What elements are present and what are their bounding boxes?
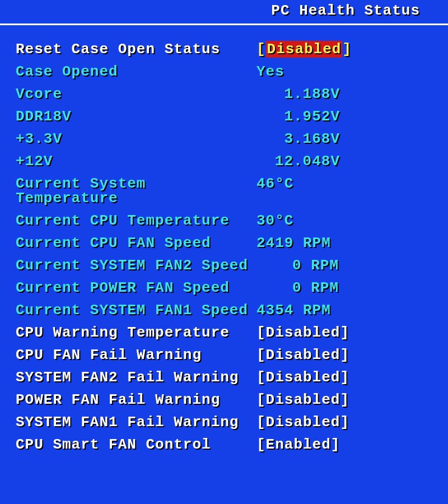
setting-label: +3.3V bbox=[16, 132, 256, 146]
setting-value-text: Disabled bbox=[266, 414, 340, 431]
setting-row[interactable]: Reset Case Open Status[Disabled] bbox=[16, 42, 432, 57]
setting-value-text: Enabled bbox=[266, 436, 331, 453]
setting-row: +3.3V3.168V bbox=[16, 132, 432, 146]
setting-value-text: 4354 RPM bbox=[256, 302, 331, 319]
setting-value: 2419 RPM bbox=[256, 236, 432, 250]
setting-value[interactable]: [Disabled] bbox=[256, 325, 432, 340]
bracket-open: [ bbox=[256, 391, 266, 408]
bracket-close: ] bbox=[340, 369, 349, 386]
setting-value-text: Disabled bbox=[266, 41, 343, 58]
setting-row: Vcore1.188V bbox=[16, 87, 432, 101]
setting-label: DDR18V bbox=[16, 109, 256, 124]
bracket-open: [ bbox=[256, 436, 266, 453]
setting-value: 30°C bbox=[256, 213, 432, 228]
setting-row[interactable]: CPU Smart FAN Control[Enabled] bbox=[16, 437, 432, 452]
setting-value: 4354 RPM bbox=[256, 303, 432, 318]
bracket-open: [ bbox=[256, 324, 266, 341]
setting-label: +12V bbox=[16, 154, 256, 169]
setting-label: Current POWER FAN Speed bbox=[16, 281, 256, 295]
setting-row: Current SYSTEM FAN2 Speed0 RPM bbox=[16, 258, 432, 273]
setting-row: DDR18V1.952V bbox=[16, 109, 432, 124]
settings-list: Reset Case Open Status[Disabled]Case Ope… bbox=[0, 42, 448, 452]
setting-value-text: 12.048V bbox=[275, 153, 340, 170]
setting-label: Current System Temperature bbox=[16, 176, 256, 206]
setting-label: Vcore bbox=[16, 87, 256, 101]
setting-label: POWER FAN Fail Warning bbox=[16, 393, 256, 407]
setting-label: Current SYSTEM FAN2 Speed bbox=[16, 258, 256, 273]
setting-label: Current CPU FAN Speed bbox=[16, 236, 256, 250]
setting-row: Case OpenedYes bbox=[16, 64, 432, 79]
bracket-open: [ bbox=[256, 414, 266, 431]
setting-value: 3.168V bbox=[256, 132, 432, 146]
setting-row[interactable]: CPU Warning Temperature[Disabled] bbox=[16, 325, 432, 340]
setting-value[interactable]: [Disabled] bbox=[256, 393, 432, 407]
bracket-close: ] bbox=[331, 436, 340, 453]
setting-label: Current SYSTEM FAN1 Speed bbox=[16, 303, 256, 318]
setting-value[interactable]: [Enabled] bbox=[256, 437, 432, 452]
setting-label: SYSTEM FAN2 Fail Warning bbox=[16, 370, 256, 385]
bracket-open: [ bbox=[256, 369, 266, 386]
setting-value: 0 RPM bbox=[256, 258, 432, 273]
setting-label: Case Opened bbox=[16, 64, 256, 79]
setting-row: Current SYSTEM FAN1 Speed4354 RPM bbox=[16, 303, 432, 318]
setting-row: +12V12.048V bbox=[16, 154, 432, 169]
divider bbox=[0, 24, 448, 25]
setting-value-text: Disabled bbox=[266, 369, 340, 386]
setting-label: CPU Smart FAN Control bbox=[16, 437, 256, 452]
setting-row: Current CPU FAN Speed2419 RPM bbox=[16, 236, 432, 250]
setting-value-text: 0 RPM bbox=[292, 279, 339, 296]
setting-label: Reset Case Open Status bbox=[16, 42, 256, 57]
bracket-close: ] bbox=[340, 324, 349, 341]
setting-value: 1.952V bbox=[256, 109, 432, 124]
setting-value[interactable]: [Disabled] bbox=[256, 415, 432, 430]
setting-value-text: 2419 RPM bbox=[256, 235, 331, 251]
setting-row[interactable]: CPU FAN Fail Warning[Disabled] bbox=[16, 348, 432, 362]
setting-value[interactable]: [Disabled] bbox=[256, 42, 432, 57]
setting-value[interactable]: [Disabled] bbox=[256, 370, 432, 385]
setting-row: Current System Temperature46°C bbox=[16, 176, 432, 206]
setting-value[interactable]: [Disabled] bbox=[256, 348, 432, 362]
setting-label: SYSTEM FAN1 Fail Warning bbox=[16, 415, 256, 430]
setting-value-text: 30°C bbox=[256, 212, 293, 229]
setting-value-text: 0 RPM bbox=[292, 257, 339, 274]
bracket-open: [ bbox=[256, 347, 266, 363]
bracket-close: ] bbox=[340, 391, 349, 408]
setting-row[interactable]: SYSTEM FAN2 Fail Warning[Disabled] bbox=[16, 370, 432, 385]
setting-value-text: 46°C bbox=[256, 175, 293, 192]
setting-value-text: Disabled bbox=[266, 391, 340, 408]
setting-row: Current CPU Temperature30°C bbox=[16, 213, 432, 228]
setting-row[interactable]: POWER FAN Fail Warning[Disabled] bbox=[16, 393, 432, 407]
setting-value: 46°C bbox=[256, 176, 432, 206]
setting-label: Current CPU Temperature bbox=[16, 213, 256, 228]
bracket-close: ] bbox=[340, 414, 349, 431]
setting-value-text: 1.188V bbox=[284, 86, 340, 102]
setting-value-text: Disabled bbox=[266, 347, 340, 363]
setting-value: 12.048V bbox=[256, 154, 432, 169]
setting-value-text: Yes bbox=[256, 63, 284, 80]
page-title: PC Health Status bbox=[0, 0, 448, 24]
setting-label: CPU FAN Fail Warning bbox=[16, 348, 256, 362]
setting-value-text: 1.952V bbox=[284, 108, 340, 125]
setting-value: Yes bbox=[256, 64, 432, 79]
bracket-open: [ bbox=[256, 41, 266, 58]
setting-value: 0 RPM bbox=[256, 281, 432, 295]
setting-row[interactable]: SYSTEM FAN1 Fail Warning[Disabled] bbox=[16, 415, 432, 430]
bracket-close: ] bbox=[340, 347, 349, 363]
setting-value-text: 3.168V bbox=[284, 130, 340, 147]
setting-row: Current POWER FAN Speed0 RPM bbox=[16, 281, 432, 295]
setting-label: CPU Warning Temperature bbox=[16, 325, 256, 340]
bracket-close: ] bbox=[342, 41, 352, 58]
setting-value: 1.188V bbox=[256, 87, 432, 101]
setting-value-text: Disabled bbox=[266, 324, 340, 341]
